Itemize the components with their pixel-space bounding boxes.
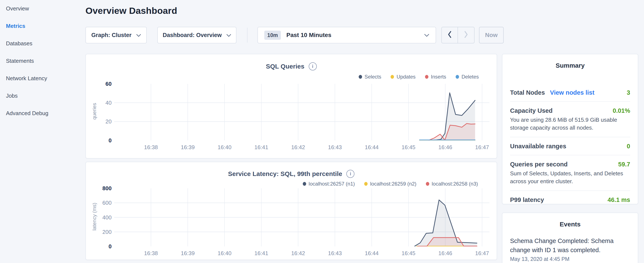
chart-legend: localhost:26257 (n1)localhost:26259 (n2)… (303, 181, 478, 187)
chart-title: Service Latency: SQL, 99th percentile (228, 170, 342, 177)
x-tick-label: 16:39 (173, 249, 202, 257)
chevron-left-icon (448, 31, 452, 40)
chart-plot-area[interactable] (114, 188, 490, 246)
summary-row: Queries per second59.7Sum of Selects, Up… (510, 155, 630, 190)
sidebar-item-jobs[interactable]: Jobs (6, 92, 78, 100)
summary-row-line: Unavailable ranges0 (510, 143, 630, 150)
time-next-button[interactable] (458, 27, 474, 43)
graph-dropdown-label: Graph: Cluster (91, 32, 132, 39)
legend-series-label: Inserts (431, 74, 446, 80)
legend-series-label: localhost:26259 (n2) (370, 181, 416, 187)
summary-stat-value: 3 (627, 89, 630, 96)
summary-row: Unavailable ranges0 (510, 137, 630, 155)
x-tick-label: 16:40 (210, 143, 240, 151)
view-nodes-link[interactable]: View nodes list (550, 89, 594, 96)
dashboard-dropdown[interactable]: Dashboard: Overview (157, 27, 236, 43)
summary-panel: Summary Total NodesView nodes list3Capac… (502, 54, 638, 204)
legend-item[interactable]: localhost:26259 (n2) (364, 181, 416, 187)
chevron-right-icon (464, 31, 468, 40)
summary-stat-label: P99 latency (510, 196, 544, 203)
legend-series-label: localhost:26257 (n1) (309, 181, 355, 187)
chevron-down-icon (226, 32, 231, 39)
chart-legend: SelectsUpdatesInsertsDeletes (359, 74, 479, 80)
time-range-badge: 10m (264, 31, 281, 40)
summary-row-line: Capacity Used0.01% (510, 107, 630, 114)
series-area-Inserts (429, 124, 475, 140)
sidebar-item-databases[interactable]: Databases (6, 40, 78, 47)
y-tick-label: 60 (86, 80, 112, 88)
x-tick-label: 16:45 (394, 143, 423, 151)
time-window-selector[interactable]: 10m Past 10 Minutes (258, 27, 436, 43)
legend-item[interactable]: Deletes (456, 74, 479, 80)
summary-row-line: Queries per second59.7 (510, 161, 630, 168)
x-tick-label: 16:46 (430, 249, 460, 257)
sql-queries-chart-card: SQL QueriesiSelectsUpdatesInsertsDeletes… (86, 54, 497, 158)
legend-item[interactable]: Inserts (425, 74, 446, 80)
summary-title: Summary (502, 54, 638, 69)
sidebar-item-network-latency[interactable]: Network Latency (6, 75, 78, 82)
legend-series-label: Selects (365, 74, 382, 80)
graph-dropdown[interactable]: Graph: Cluster (86, 27, 147, 43)
sidebar-item-advanced-debug[interactable]: Advanced Debug (6, 109, 78, 117)
y-tick-label: 200 (86, 228, 112, 236)
summary-stat-value: 0 (627, 143, 630, 150)
x-tick-label: 16:38 (136, 249, 166, 257)
chart-plot-area[interactable] (114, 84, 490, 140)
legend-item[interactable]: Updates (390, 74, 416, 80)
summary-stat-label: Queries per second (510, 161, 568, 168)
time-range-label: Past 10 Minutes (286, 32, 332, 39)
y-tick-label: 20 (86, 118, 112, 125)
legend-series-dot (390, 75, 394, 79)
x-tick-label: 16:42 (283, 143, 313, 151)
x-tick-label: 16:45 (394, 249, 423, 257)
chart-title-row: SQL Queriesi (86, 62, 497, 70)
event-timestamp: May 13, 2020 at 4:45 PM (510, 256, 630, 262)
y-tick-label: 40 (86, 99, 112, 107)
now-button[interactable]: Now (479, 27, 504, 43)
x-tick-label: 16:44 (357, 143, 386, 151)
legend-series-label: localhost:26258 (n3) (432, 181, 478, 187)
summary-stat-label: Unavailable ranges (510, 143, 566, 150)
summary-stat-value: 59.7 (618, 161, 630, 168)
legend-item[interactable]: localhost:26258 (n3) (426, 181, 478, 187)
x-tick-label: 16:42 (283, 249, 313, 257)
legend-series-dot (364, 182, 368, 186)
events-panel: Events Schema Change Completed: Schema c… (502, 212, 638, 263)
info-circle-icon[interactable]: i (346, 170, 354, 178)
y-tick-label: 0 (86, 137, 112, 144)
summary-stat-description: Sum of Selects, Updates, Inserts, and De… (510, 170, 630, 185)
x-tick-label: 16:47 (467, 143, 497, 151)
x-tick-label: 16:43 (320, 143, 350, 151)
controls-toolbar: Graph: Cluster Dashboard: Overview 10m P… (86, 27, 504, 43)
summary-stat-label: Capacity Used (510, 107, 552, 114)
sidebar-item-overview[interactable]: Overview (6, 5, 78, 12)
summary-row: P99 latency46.1 ms (510, 191, 630, 208)
legend-series-dot (425, 75, 428, 79)
legend-series-label: Deletes (462, 74, 479, 80)
event-item: Schema Change Completed: Schema change w… (510, 236, 630, 262)
info-circle-icon[interactable]: i (309, 62, 317, 70)
legend-series-dot (303, 182, 306, 186)
chevron-down-icon (136, 32, 141, 39)
events-title: Events (502, 213, 638, 228)
sidebar-item-statements[interactable]: Statements (6, 57, 78, 65)
sidebar-item-metrics[interactable]: Metrics (6, 22, 78, 30)
x-tick-label: 16:41 (246, 143, 276, 151)
legend-item[interactable]: Selects (359, 74, 382, 80)
chart-title-row: Service Latency: SQL, 99th percentilei (86, 170, 497, 178)
event-text: Schema Change Completed: Schema change w… (510, 236, 630, 255)
x-tick-label: 16:40 (210, 249, 240, 257)
legend-item[interactable]: localhost:26257 (n1) (303, 181, 355, 187)
chart-title: SQL Queries (266, 63, 304, 70)
y-tick-label: 600 (86, 199, 112, 207)
page-title: Overview Dashboard (86, 6, 177, 16)
summary-stat-value: 46.1 ms (608, 196, 630, 203)
legend-series-dot (456, 75, 459, 79)
y-tick-label: 400 (86, 214, 112, 221)
summary-row: Capacity Used0.01%You are using 28.6 MiB… (510, 102, 630, 137)
y-tick-label: 800 (86, 184, 112, 192)
x-tick-label: 16:47 (467, 249, 497, 257)
x-tick-label: 16:46 (430, 143, 460, 151)
time-prev-button[interactable] (442, 27, 458, 43)
legend-series-dot (426, 182, 429, 186)
